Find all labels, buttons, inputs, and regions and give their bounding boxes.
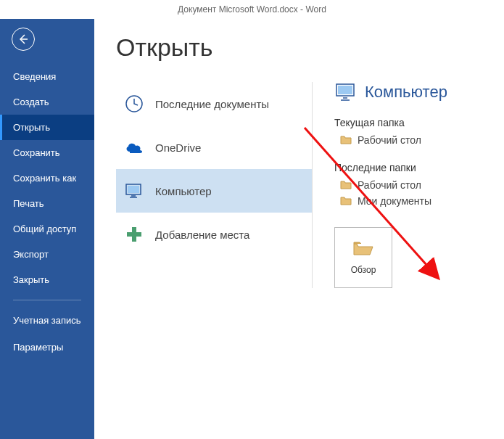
source-computer-label: Компьютер [155, 185, 212, 197]
sidebar-item-new[interactable]: Создать [0, 89, 94, 115]
source-add-place-label: Добавление места [155, 229, 249, 241]
sidebar-item-share[interactable]: Общий доступ [0, 216, 94, 242]
page-title: Открыть [116, 33, 504, 62]
recent-folder-item-0[interactable]: Рабочий стол [340, 179, 486, 191]
current-folder-item[interactable]: Рабочий стол [340, 134, 486, 146]
sidebar-item-close[interactable]: Закрыть [0, 267, 94, 292]
current-folder-label: Текущая папка [334, 117, 486, 128]
sidebar-item-options[interactable]: Параметры [0, 335, 94, 360]
source-onedrive[interactable]: OneDrive [116, 126, 312, 169]
plus-icon [123, 223, 145, 245]
backstage-sidebar: Сведения Создать Открыть Сохранить Сохра… [0, 19, 94, 439]
source-onedrive-label: OneDrive [155, 141, 201, 154]
detail-title: Компьютер [365, 83, 447, 102]
folder-open-icon [352, 240, 374, 258]
detail-panel: Компьютер Текущая папка Рабочий стол Пос… [312, 82, 486, 288]
sidebar-item-save-as[interactable]: Сохранить как [0, 165, 94, 191]
detail-header: Компьютер [334, 82, 486, 102]
sidebar-item-save[interactable]: Сохранить [0, 140, 94, 165]
sidebar-item-open[interactable]: Открыть [0, 115, 94, 140]
sidebar-item-export[interactable]: Экспорт [0, 242, 94, 267]
recent-folder-item-1[interactable]: Мои документы [340, 195, 486, 207]
recent-folder-name-0: Рабочий стол [358, 179, 421, 191]
browse-button[interactable]: Обзор [334, 227, 392, 288]
app-body: Сведения Создать Открыть Сохранить Сохра… [0, 19, 504, 439]
browse-label: Обзор [351, 265, 376, 275]
computer-large-icon [334, 82, 358, 102]
clock-icon [123, 93, 145, 115]
computer-icon [123, 180, 145, 202]
svg-rect-4 [127, 232, 141, 237]
sidebar-item-info[interactable]: Сведения [0, 64, 94, 89]
svg-rect-6 [338, 86, 352, 94]
current-folder-name: Рабочий стол [358, 134, 421, 146]
source-recent[interactable]: Последние документы [116, 82, 312, 126]
cloud-icon [123, 136, 145, 158]
source-recent-label: Последние документы [155, 98, 269, 110]
source-add-place[interactable]: Добавление места [116, 213, 312, 256]
sidebar-item-account[interactable]: Учетная запись [0, 308, 94, 335]
source-computer[interactable]: Компьютер [116, 169, 312, 213]
sidebar-separator [13, 300, 81, 300]
source-list: Последние документы OneDrive Компьютер [116, 82, 312, 288]
svg-rect-2 [128, 186, 139, 193]
arrow-left-icon [17, 33, 29, 45]
recent-folders-label: Последние папки [334, 162, 486, 173]
main-panel: Открыть Последние документы OneDrive [94, 19, 504, 439]
columns: Последние документы OneDrive Компьютер [116, 82, 504, 288]
folder-icon [340, 135, 352, 145]
recent-folder-name-1: Мои документы [358, 195, 431, 207]
folder-icon [340, 196, 352, 206]
sidebar-item-print[interactable]: Печать [0, 191, 94, 216]
folder-icon [340, 180, 352, 190]
window-title: Документ Microsoft Word.docx - Word [0, 0, 504, 19]
back-button[interactable] [12, 28, 35, 51]
